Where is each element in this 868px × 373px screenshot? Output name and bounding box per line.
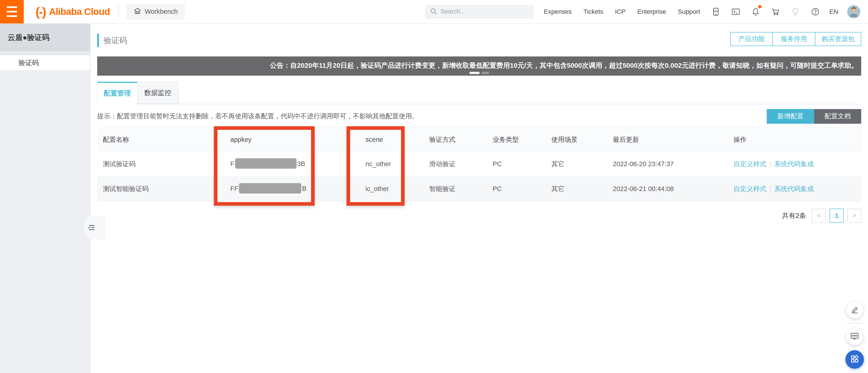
cell-usage: 其它	[546, 176, 607, 201]
page-header: 验证码 产品功能 服务停用 购买资源包	[90, 24, 868, 57]
link-separator: |	[770, 160, 771, 168]
pencil-icon	[850, 305, 860, 315]
cell-biz-type: PC	[487, 152, 546, 176]
cell-updated: 2022-06-20 23:47:37	[607, 152, 728, 176]
cell-config-name: 测试验证码	[97, 152, 225, 176]
system-code-link[interactable]: 系统代码集成	[774, 160, 814, 168]
search-input[interactable]	[440, 8, 529, 15]
custom-style-link[interactable]: 自定义样式	[734, 160, 766, 168]
cell-updated: 2022-06-21 00:44:08	[607, 176, 728, 201]
terminal-icon[interactable]	[731, 7, 741, 17]
carousel-indicator[interactable]	[482, 72, 489, 74]
sidebar-title: 云盾●验证码	[0, 24, 90, 51]
cell-verify-type: 滑动验证	[424, 152, 487, 176]
float-divider	[846, 323, 864, 324]
add-config-button[interactable]: 新增配置	[767, 109, 814, 124]
chat-bubble-icon	[850, 331, 860, 342]
page-number-button[interactable]: 1	[830, 209, 844, 223]
config-table-wrap: 配置名称 appkey scene 验证方式 业务类型 使用场景 最后更新 操作…	[97, 128, 861, 201]
sidebar-collapse-handle[interactable]	[84, 216, 105, 240]
link-separator: |	[770, 185, 771, 192]
cell-appkey: FFB	[225, 176, 360, 201]
nav-icp[interactable]: ICP	[615, 8, 626, 15]
table-header-row: 配置名称 appkey scene 验证方式 业务类型 使用场景 最后更新 操作	[97, 128, 861, 152]
tab-config-management[interactable]: 配置管理	[97, 82, 137, 104]
divider	[119, 5, 119, 18]
tip-row: 提示：配置管理目前暂时无法支持删除，若不再使用该条配置，代码中不进行调用即可，不…	[97, 108, 861, 124]
alibaba-cloud-logo[interactable]: (-) Alibaba Cloud	[35, 4, 110, 19]
header-icons: APP	[711, 7, 820, 17]
total-count-label: 共有2条	[782, 211, 806, 221]
system-code-link[interactable]: 系统代码集成	[774, 185, 814, 192]
workbench-label: Workbench	[145, 8, 178, 15]
top-nav: Expenses Tickets ICP Enterprise Support	[544, 8, 700, 15]
svg-text:APP: APP	[713, 10, 719, 12]
help-icon[interactable]	[810, 7, 820, 17]
service-suspend-button[interactable]: 服务停用	[773, 32, 815, 46]
floating-toolbar	[845, 301, 864, 369]
redaction-mask	[239, 183, 301, 194]
sidebar-gap	[0, 51, 90, 55]
page-title: 验证码	[103, 35, 127, 46]
nav-expenses[interactable]: Expenses	[544, 8, 572, 15]
app-grid-button[interactable]	[845, 350, 864, 369]
grid-diamond-icon	[850, 354, 860, 365]
product-features-button[interactable]: 产品功能	[730, 32, 773, 46]
chat-support-button[interactable]	[846, 328, 863, 345]
prev-page-button[interactable]: <	[812, 209, 826, 223]
feedback-pencil-button[interactable]	[846, 301, 863, 318]
cell-operations: 自定义样式|系统代码集成	[728, 176, 861, 201]
col-usage-scene: 使用场景	[546, 128, 607, 152]
cart-icon[interactable]	[771, 7, 780, 17]
tab-bar: 配置管理 数据监控	[97, 82, 861, 104]
title-accent-bar	[97, 34, 99, 47]
col-last-updated: 最后更新	[607, 128, 728, 152]
config-docs-button[interactable]: 配置文档	[814, 109, 861, 124]
col-appkey: appkey	[225, 128, 360, 152]
carousel-indicator-active[interactable]	[469, 72, 479, 74]
top-bar: (-) Alibaba Cloud Workbench Expenses Tic…	[0, 0, 868, 24]
cell-usage: 其它	[546, 152, 607, 176]
logo-text: Alibaba Cloud	[49, 6, 110, 17]
user-avatar[interactable]	[847, 5, 860, 18]
col-biz-type: 业务类型	[487, 128, 546, 152]
lightbulb-icon[interactable]	[790, 7, 800, 17]
cell-operations: 自定义样式|系统代码集成	[728, 152, 861, 176]
nav-enterprise[interactable]: Enterprise	[637, 8, 666, 15]
announcement-banner: 公告：自2020年11月20日起，验证码产品进行计费变更，新增收取最低配置费用1…	[97, 57, 861, 76]
tab-data-monitoring[interactable]: 数据监控	[137, 82, 179, 104]
cell-appkey: F3B	[225, 152, 360, 176]
cell-biz-type: PC	[487, 176, 546, 201]
notification-badge-dot	[758, 5, 762, 8]
search-icon	[430, 7, 437, 16]
app-root: (-) Alibaba Cloud Workbench Expenses Tic…	[0, 0, 868, 373]
table-row: 测试智能验证码 FFB ic_other 智能验证 PC 其它 2022-06-…	[97, 176, 861, 201]
nav-tickets[interactable]: Tickets	[583, 8, 603, 15]
announcement-indicators	[469, 72, 489, 74]
buy-resource-pack-button[interactable]: 购买资源包	[815, 32, 861, 46]
alibaba-logo-icon: (-)	[35, 4, 45, 19]
page-header-buttons: 产品功能 服务停用 购买资源包	[730, 32, 861, 46]
main-content: 验证码 产品功能 服务停用 购买资源包 公告：自2020年11月20日起，验证码…	[90, 24, 868, 373]
cell-config-name: 测试智能验证码	[97, 176, 225, 201]
sidebar: 云盾●验证码 验证码	[0, 24, 90, 373]
custom-style-link[interactable]: 自定义样式	[734, 185, 766, 192]
menu-button[interactable]	[0, 0, 24, 24]
col-verify-type: 验证方式	[424, 128, 487, 152]
mobile-app-icon[interactable]: APP	[711, 7, 721, 17]
next-page-button[interactable]: >	[847, 209, 861, 223]
cell-scene: ic_other	[360, 176, 424, 201]
search-box[interactable]	[425, 5, 534, 19]
announcement-text: 公告：自2020年11月20日起，验证码产品进行计费变更，新增收取最低配置费用1…	[270, 57, 858, 74]
language-switcher[interactable]: EN	[829, 8, 838, 15]
workbench-button[interactable]: Workbench	[126, 4, 185, 20]
notifications-bell-icon[interactable]	[751, 7, 761, 17]
tip-text: 提示：配置管理目前暂时无法支持删除，若不再使用该条配置，代码中不进行调用即可，不…	[97, 112, 418, 121]
sidebar-item-captcha[interactable]: 验证码	[0, 55, 90, 70]
home-icon	[133, 7, 142, 16]
nav-support[interactable]: Support	[678, 8, 700, 15]
table-row: 测试验证码 F3B nc_other 滑动验证 PC 其它 2022-06-20…	[97, 152, 861, 176]
col-operations: 操作	[728, 128, 861, 152]
config-table: 配置名称 appkey scene 验证方式 业务类型 使用场景 最后更新 操作…	[97, 128, 861, 201]
cell-verify-type: 智能验证	[424, 176, 487, 201]
